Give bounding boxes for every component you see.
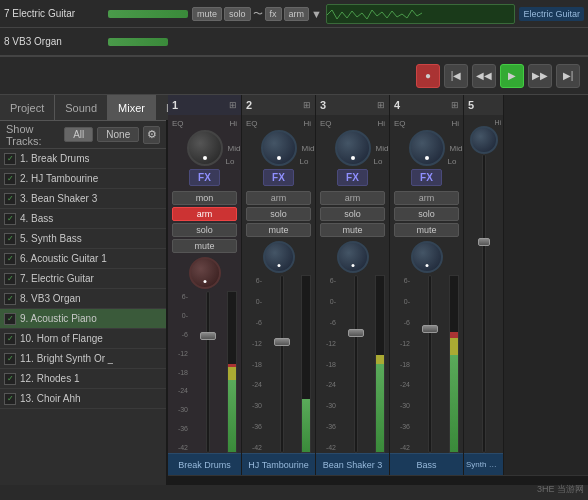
fader-track-2[interactable] <box>265 275 298 453</box>
arm-btn-1[interactable]: arm <box>172 207 237 221</box>
fader-track-4[interactable] <box>413 275 446 453</box>
list-item[interactable]: ✓ 9. Acoustic Piano <box>0 309 166 329</box>
fader-track-5[interactable] <box>468 154 499 453</box>
fx-button-2[interactable]: FX <box>263 169 294 186</box>
eq-knob-2[interactable] <box>261 130 297 166</box>
list-item[interactable]: ✓ 11. Bright Synth Or _ <box>0 349 166 369</box>
list-item[interactable]: ✓ 7. Electric Guitar <box>0 269 166 289</box>
eq-label-3: EQ <box>320 119 332 128</box>
fast-forward-end-btn[interactable]: ▶| <box>556 64 580 88</box>
track-checkbox-12[interactable]: ✓ <box>4 373 16 385</box>
fader-handle-1[interactable] <box>200 332 216 340</box>
arm-btn-3[interactable]: arm <box>320 191 385 205</box>
fader-area-4: 6-0--6-12-18-24-30-36-42 <box>390 275 463 453</box>
lo-knob-2[interactable] <box>263 241 295 273</box>
track-checkbox-3[interactable]: ✓ <box>4 193 16 205</box>
meter-green-3 <box>376 364 384 452</box>
fx-button-1[interactable]: FX <box>189 169 220 186</box>
track-checkbox-10[interactable]: ✓ <box>4 333 16 345</box>
solo-btn-4[interactable]: solo <box>394 207 459 221</box>
track-checkbox-1[interactable]: ✓ <box>4 153 16 165</box>
arm-btn-electric-guitar[interactable]: arm <box>284 7 310 21</box>
list-item[interactable]: ✓ 3. Bean Shaker 3 <box>0 189 166 209</box>
eq-knob-1[interactable] <box>187 130 223 166</box>
channel-grid-icon-3[interactable]: ⊞ <box>377 100 385 110</box>
track-checkbox-2[interactable]: ✓ <box>4 173 16 185</box>
channel-grid-icon-4[interactable]: ⊞ <box>451 100 459 110</box>
lo-knob-4[interactable] <box>411 241 443 273</box>
fader-handle-5[interactable] <box>478 238 490 246</box>
track-label-10: 10. Horn of Flange <box>20 333 103 344</box>
arm-btn-2[interactable]: arm <box>246 191 311 205</box>
fader-handle-2[interactable] <box>274 338 290 346</box>
mute-btn-electric-guitar[interactable]: mute <box>192 7 222 21</box>
list-item[interactable]: ✓ 6. Acoustic Guitar 1 <box>0 249 166 269</box>
filter-none-btn[interactable]: None <box>97 127 139 142</box>
eq-knob-3[interactable] <box>335 130 371 166</box>
fader-track-3[interactable] <box>339 275 372 453</box>
mute-btn-2[interactable]: mute <box>246 223 311 237</box>
track-checkbox-13[interactable]: ✓ <box>4 393 16 405</box>
solo-btn-electric-guitar[interactable]: solo <box>224 7 251 21</box>
track-checkbox-6[interactable]: ✓ <box>4 253 16 265</box>
track-label-11: 11. Bright Synth Or _ <box>20 353 113 364</box>
track-checkbox-9[interactable]: ✓ <box>4 313 16 325</box>
fast-forward-btn[interactable]: ▶▶ <box>528 64 552 88</box>
fader-area-2: 6-0--6-12-18-24-30-36-42 <box>242 275 315 453</box>
play-btn[interactable]: ▶ <box>500 64 524 88</box>
list-item[interactable]: ✓ 12. Rhodes 1 <box>0 369 166 389</box>
list-item[interactable]: ✓ 1. Break Drums <box>0 149 166 169</box>
track-checkbox-7[interactable]: ✓ <box>4 273 16 285</box>
solo-btn-3[interactable]: solo <box>320 207 385 221</box>
fader-rail-1 <box>206 291 210 453</box>
solo-btn-2[interactable]: solo <box>246 207 311 221</box>
fx-button-3[interactable]: FX <box>337 169 368 186</box>
mute-btn-1[interactable]: mute <box>172 239 237 253</box>
fader-track-1[interactable] <box>191 291 224 453</box>
track-checkbox-4[interactable]: ✓ <box>4 213 16 225</box>
mon-btn-1[interactable]: mon <box>172 191 237 205</box>
mixer-channels: 1 ⊞ EQ Hi Mid Lo FX <box>168 95 588 475</box>
track-label-right: Electric Guitar <box>519 7 584 21</box>
eq-knob-4[interactable] <box>409 130 445 166</box>
lo-knob-1[interactable] <box>189 257 221 289</box>
arm-btn-4[interactable]: arm <box>394 191 459 205</box>
filter-all-btn[interactable]: All <box>64 127 93 142</box>
channel-name-bottom-5: Synth Bass <box>464 453 503 475</box>
eq-knob-5[interactable] <box>470 126 498 154</box>
mute-btn-3[interactable]: mute <box>320 223 385 237</box>
dropdown-arrow-icon[interactable]: ▼ <box>311 8 322 20</box>
tab-project[interactable]: Project <box>0 95 55 120</box>
fx-button-4[interactable]: FX <box>411 169 442 186</box>
track-label-3: 3. Bean Shaker 3 <box>20 193 97 204</box>
list-item[interactable]: ✓ 5. Synth Bass <box>0 229 166 249</box>
left-panel: Project Sound Mixer Library Show Tracks:… <box>0 95 168 485</box>
track-checkbox-5[interactable]: ✓ <box>4 233 16 245</box>
list-item[interactable]: ✓ 13. Choir Ahh <box>0 389 166 409</box>
fx-btn-electric-guitar[interactable]: fx <box>265 7 282 21</box>
record-btn[interactable]: ● <box>416 64 440 88</box>
fader-handle-4[interactable] <box>422 325 438 333</box>
rewind-start-btn[interactable]: |◀ <box>444 64 468 88</box>
fader-handle-3[interactable] <box>348 329 364 337</box>
list-item[interactable]: ✓ 8. VB3 Organ <box>0 289 166 309</box>
track-checkbox-11[interactable]: ✓ <box>4 353 16 365</box>
channel-buttons-2: arm solo mute <box>242 189 315 239</box>
list-item[interactable]: ✓ 4. Bass <box>0 209 166 229</box>
gear-btn[interactable]: ⚙ <box>143 126 160 144</box>
tab-sound[interactable]: Sound <box>55 95 108 120</box>
channel-grid-icon-2[interactable]: ⊞ <box>303 100 311 110</box>
channel-grid-icon-1[interactable]: ⊞ <box>229 100 237 110</box>
track-label-4: 4. Bass <box>20 213 53 224</box>
mute-btn-4[interactable]: mute <box>394 223 459 237</box>
solo-btn-1[interactable]: solo <box>172 223 237 237</box>
rewind-btn[interactable]: ◀◀ <box>472 64 496 88</box>
eq-label-2: EQ <box>246 119 258 128</box>
mixer-scrollbar[interactable] <box>168 475 588 485</box>
meter-bar-2 <box>301 275 311 453</box>
tab-mixer[interactable]: Mixer <box>108 95 156 120</box>
lo-knob-3[interactable] <box>337 241 369 273</box>
list-item[interactable]: ✓ 10. Horn of Flange <box>0 329 166 349</box>
track-checkbox-8[interactable]: ✓ <box>4 293 16 305</box>
list-item[interactable]: ✓ 2. HJ Tambourine <box>0 169 166 189</box>
